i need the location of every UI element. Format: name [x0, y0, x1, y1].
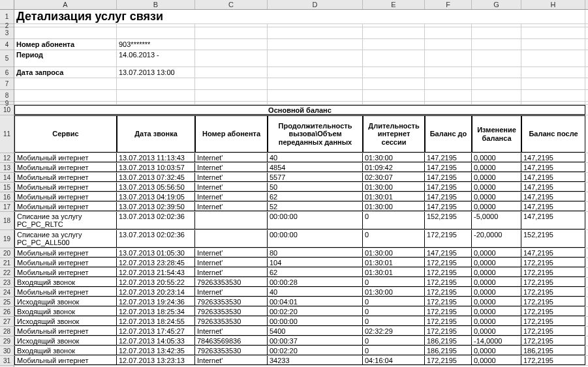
data-cell[interactable]: 12.07.2013 13:23:13	[117, 356, 195, 365]
empty-cell[interactable]	[117, 78, 195, 89]
empty-cell[interactable]	[268, 102, 363, 104]
row-header-22[interactable]: 22	[0, 268, 14, 278]
col-header-G[interactable]: G	[472, 0, 521, 9]
row-header-23[interactable]: 23	[0, 278, 14, 287]
row-header-19[interactable]: 19	[0, 230, 14, 248]
data-cell[interactable]: 152,2195	[521, 230, 585, 248]
row-header-11[interactable]: 11	[0, 115, 14, 153]
empty-cell[interactable]	[195, 78, 268, 89]
data-cell[interactable]: 104	[268, 258, 363, 267]
data-cell[interactable]: 172,2195	[521, 297, 585, 306]
empty-cell[interactable]	[363, 102, 425, 104]
empty-cell[interactable]	[472, 27, 521, 38]
empty-cell[interactable]	[14, 78, 117, 89]
data-cell[interactable]: Входящий звонок	[14, 346, 117, 355]
row-header-27[interactable]: 27	[0, 317, 14, 327]
empty-cell[interactable]	[117, 27, 195, 38]
data-cell[interactable]: 172,2195	[425, 317, 472, 326]
empty-cell[interactable]	[521, 67, 585, 78]
data-cell[interactable]: 00:00:37	[268, 336, 363, 345]
row-header-28[interactable]: 28	[0, 327, 14, 336]
data-cell[interactable]: 147,2195	[425, 248, 472, 257]
data-cell[interactable]: 0,0000	[472, 258, 521, 267]
data-cell[interactable]: 01:30:01	[363, 258, 425, 267]
empty-cell[interactable]	[363, 27, 425, 38]
data-cell[interactable]: 13.07.2013 02:02:36	[117, 212, 195, 229]
data-cell[interactable]: 172,2195	[425, 258, 472, 267]
empty-cell[interactable]	[521, 27, 585, 38]
row-header-31[interactable]: 31	[0, 356, 14, 366]
data-cell[interactable]: 0	[363, 336, 425, 345]
data-cell[interactable]: 00:00:28	[268, 278, 363, 287]
data-cell[interactable]: Internet'	[195, 192, 268, 201]
row-header-14[interactable]: 14	[0, 173, 14, 183]
empty-cell[interactable]	[14, 102, 117, 104]
data-cell[interactable]: Входящий звонок	[14, 278, 117, 287]
col-header-D[interactable]: D	[268, 0, 363, 9]
row-header-25[interactable]: 25	[0, 297, 14, 307]
row-header-15[interactable]: 15	[0, 183, 14, 192]
data-cell[interactable]: 79263353530	[195, 346, 268, 355]
row-header-5[interactable]: 5	[0, 50, 14, 67]
empty-cell[interactable]	[195, 90, 268, 101]
data-cell[interactable]: 00:00:00	[268, 317, 363, 326]
data-cell[interactable]: 172,2195	[521, 327, 585, 336]
data-cell[interactable]: Мобильный интернет	[14, 183, 117, 192]
row-header-6[interactable]: 6	[0, 67, 14, 78]
data-cell[interactable]: Мобильный интернет	[14, 192, 117, 201]
data-cell[interactable]: 0,0000	[472, 248, 521, 257]
empty-cell[interactable]	[472, 90, 521, 101]
data-cell[interactable]: Мобильный интернет	[14, 173, 117, 182]
data-cell[interactable]: 12.07.2013 20:55:22	[117, 278, 195, 287]
empty-cell[interactable]	[268, 90, 363, 101]
empty-cell[interactable]	[521, 102, 585, 104]
data-cell[interactable]: Internet'	[195, 183, 268, 192]
data-cell[interactable]: Мобильный интернет	[14, 163, 117, 172]
data-cell[interactable]: 13.07.2013 04:19:05	[117, 192, 195, 201]
data-cell[interactable]: Мобильный интернет	[14, 356, 117, 365]
data-cell[interactable]: 172,2195	[521, 307, 585, 316]
empty-cell[interactable]	[363, 90, 425, 101]
data-cell[interactable]: 0	[363, 212, 425, 229]
data-cell[interactable]: 172,2195	[425, 297, 472, 306]
col-header-E[interactable]: E	[363, 0, 425, 9]
empty-cell[interactable]	[472, 50, 521, 66]
data-cell[interactable]: 0,0000	[472, 183, 521, 192]
data-cell[interactable]: 172,2195	[521, 317, 585, 326]
empty-cell[interactable]	[195, 50, 268, 66]
data-cell[interactable]: 5400	[268, 327, 363, 336]
data-cell[interactable]: 0,0000	[472, 163, 521, 172]
data-cell[interactable]: 13.07.2013 10:03:57	[117, 163, 195, 172]
data-cell[interactable]: 01:30:00	[363, 202, 425, 211]
data-cell[interactable]: 172,2195	[425, 307, 472, 316]
data-cell[interactable]: 00:00:00	[268, 230, 363, 248]
empty-cell[interactable]	[117, 90, 195, 101]
data-cell[interactable]: Мобильный интернет	[14, 202, 117, 211]
data-cell[interactable]: 13.07.2013 05:56:50	[117, 183, 195, 192]
data-cell[interactable]: Исходящий звонок	[14, 317, 117, 326]
data-cell[interactable]: Списание за услугу PC_PC_RLTC	[14, 212, 117, 229]
empty-cell[interactable]	[425, 102, 472, 104]
data-cell[interactable]: 0	[363, 230, 425, 248]
data-cell[interactable]: Internet'	[195, 173, 268, 182]
data-cell[interactable]: 01:30:01	[363, 192, 425, 201]
data-cell[interactable]: 79263353530	[195, 307, 268, 316]
row-header-4[interactable]: 4	[0, 39, 14, 50]
empty-cell[interactable]	[268, 27, 363, 38]
empty-cell[interactable]	[195, 24, 268, 27]
empty-cell[interactable]	[425, 39, 472, 50]
data-cell[interactable]: 12.07.2013 17:45:27	[117, 327, 195, 336]
data-cell[interactable]: 0	[363, 278, 425, 287]
row-header-20[interactable]: 20	[0, 248, 14, 258]
empty-cell[interactable]	[425, 50, 472, 66]
data-cell[interactable]: 0,0000	[472, 268, 521, 277]
data-cell[interactable]: Мобильный интернет	[14, 327, 117, 336]
data-cell[interactable]: 12.07.2013 23:28:45	[117, 258, 195, 267]
data-cell[interactable]: 80	[268, 248, 363, 257]
data-cell[interactable]: 147,2195	[521, 192, 585, 201]
data-cell[interactable]: Internet'	[195, 202, 268, 211]
data-cell[interactable]: Исходящий звонок	[14, 336, 117, 345]
row-header-24[interactable]: 24	[0, 287, 14, 297]
data-cell[interactable]: 12.07.2013 21:54:43	[117, 268, 195, 277]
empty-cell[interactable]	[195, 67, 268, 78]
